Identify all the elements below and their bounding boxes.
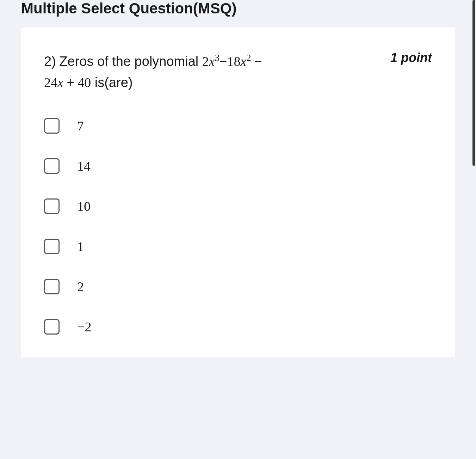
checkbox[interactable] (44, 319, 60, 335)
scrollbar-thumb[interactable] (472, 0, 475, 166)
option-label: 2 (77, 279, 84, 294)
option-label: 10 (77, 198, 91, 214)
option-row[interactable]: 1 (44, 239, 432, 254)
option-row[interactable]: 10 (44, 198, 432, 214)
poly-term1: 2x3 (202, 54, 220, 69)
poly-term2: 18x2 (227, 54, 251, 69)
scrollbar-track[interactable] (472, 0, 476, 459)
coef: 2 (202, 54, 209, 69)
var: x (209, 54, 215, 69)
option-label: 7 (77, 118, 84, 134)
option-label: 1 (77, 239, 84, 254)
coef: 18 (227, 54, 240, 69)
op2: − (251, 54, 262, 69)
checkbox[interactable] (44, 279, 60, 294)
option-row[interactable]: −2 (44, 319, 432, 335)
exp: 2 (246, 53, 251, 63)
poly-term4: 40 (78, 75, 91, 90)
question-card: 2) Zeros of the polynomial 2x3−18x2 − 24… (21, 27, 455, 357)
option-row[interactable]: 7 (44, 118, 432, 134)
checkbox[interactable] (44, 118, 60, 134)
options-list: 7 14 10 1 2 −2 (44, 118, 432, 335)
poly-term3: 24x (44, 75, 63, 90)
option-label: 14 (77, 158, 91, 174)
option-row[interactable]: 14 (44, 158, 432, 174)
question-number: 2) (44, 54, 56, 69)
op3: + (63, 75, 78, 90)
option-label: −2 (77, 319, 91, 335)
var: x (240, 54, 246, 69)
section-title: Multiple Select Question(MSQ) (21, 0, 455, 27)
checkbox[interactable] (44, 198, 60, 214)
op1: − (220, 54, 227, 69)
question-header: 2) Zeros of the polynomial 2x3−18x2 − 24… (44, 50, 432, 93)
coef: 24 (44, 75, 57, 90)
checkbox[interactable] (44, 239, 60, 254)
question-suffix: is(are) (91, 75, 132, 90)
checkbox[interactable] (44, 158, 60, 174)
option-row[interactable]: 2 (44, 279, 432, 294)
question-text: 2) Zeros of the polynomial 2x3−18x2 − 24… (44, 50, 383, 93)
exp: 3 (215, 53, 220, 63)
question-prefix: Zeros of the polynomial (59, 54, 202, 69)
var: x (57, 75, 63, 90)
points-label: 1 point (390, 50, 432, 65)
